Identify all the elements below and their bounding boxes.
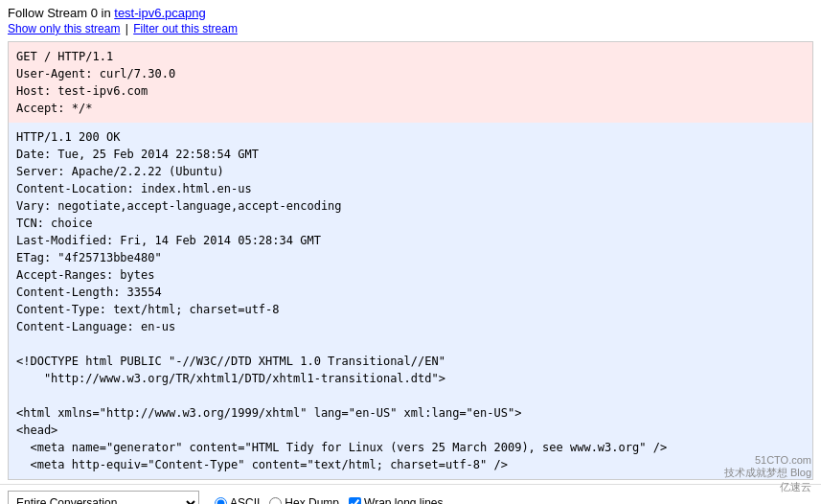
ascii-radio-item: ASCII <box>215 496 260 504</box>
response-line-11: Content-Language: en-us <box>16 318 805 335</box>
wrap-checkbox-item: Wrap long lines <box>349 496 444 504</box>
request-line-1: User-Agent: curl/7.30.0 <box>16 65 805 82</box>
body-line-4: <head> <box>16 422 805 439</box>
show-only-stream-link[interactable]: Show only this stream <box>8 22 120 35</box>
hex-dump-label: Hex Dump <box>285 496 339 504</box>
response-line-1: Date: Tue, 25 Feb 2014 22:58:54 GMT <box>16 146 805 163</box>
response-line-2: Server: Apache/2.2.22 (Ubuntu) <box>16 163 805 180</box>
body-blank <box>16 387 805 404</box>
body-line-1: "http://www.w3.org/TR/xhtml1/DTD/xhtml1-… <box>16 370 805 387</box>
ascii-label: ASCII <box>230 496 260 504</box>
radio-group: ASCII Hex Dump Wrap long lines <box>215 496 444 504</box>
body-line-0: <!DOCTYPE html PUBLIC "-//W3C//DTD XHTML… <box>16 353 805 370</box>
response-line-4: Vary: negotiate,accept-language,accept-e… <box>16 197 805 215</box>
response-block: HTTP/1.1 200 OK Date: Tue, 25 Feb 2014 2… <box>9 123 812 479</box>
response-line-3: Content-Location: index.html.en-us <box>16 180 805 197</box>
filter-out-stream-link[interactable]: Filter out this stream <box>133 22 238 35</box>
footer: Entire Conversation ASCII Hex Dump Wrap … <box>0 484 821 504</box>
content-area: GET / HTTP/1.1 User-Agent: curl/7.30.0 H… <box>8 41 813 480</box>
request-line-0: GET / HTTP/1.1 <box>16 48 805 65</box>
response-line-10: Content-Type: text/html; charset=utf-8 <box>16 301 805 318</box>
response-line-6: Last-Modified: Fri, 14 Feb 2014 05:28:34… <box>16 232 805 249</box>
response-line-5: TCN: choice <box>16 215 805 232</box>
response-line-7: ETag: "4f25713bbe480" <box>16 249 805 266</box>
filename-link[interactable]: test-ipv6.pcapng <box>114 6 205 20</box>
header-title: Follow Stream 0 in test-ipv6.pcapng <box>8 6 813 20</box>
response-line-9: Content-Length: 33554 <box>16 284 805 301</box>
body-line-6: <meta http-equiv="Content-Type" content=… <box>16 456 805 473</box>
app: Follow Stream 0 in test-ipv6.pcapng Show… <box>0 0 821 504</box>
header-links: Show only this stream | Filter out this … <box>8 22 813 35</box>
response-line-8: Accept-Ranges: bytes <box>16 266 805 284</box>
body-line-3: <html xmlns="http://www.w3.org/1999/xhtm… <box>16 404 805 422</box>
request-block: GET / HTTP/1.1 User-Agent: curl/7.30.0 H… <box>9 42 812 123</box>
hex-dump-radio[interactable] <box>269 497 282 505</box>
follow-stream-label: Follow Stream 0 in <box>8 6 114 20</box>
header: Follow Stream 0 in test-ipv6.pcapng Show… <box>0 0 821 37</box>
body-line-5: <meta name="generator" content="HTML Tid… <box>16 439 805 456</box>
request-line-2: Host: test-ipv6.com <box>16 82 805 100</box>
ascii-radio[interactable] <box>215 497 227 505</box>
hex-dump-radio-item: Hex Dump <box>269 496 339 504</box>
separator: | <box>125 22 128 35</box>
wrap-checkbox[interactable] <box>349 497 361 505</box>
wrap-label: Wrap long lines <box>364 496 444 504</box>
request-line-3: Accept: */* <box>16 100 805 117</box>
conversation-select[interactable]: Entire Conversation <box>8 491 199 504</box>
response-blank <box>16 335 805 353</box>
response-line-0: HTTP/1.1 200 OK <box>16 128 805 146</box>
